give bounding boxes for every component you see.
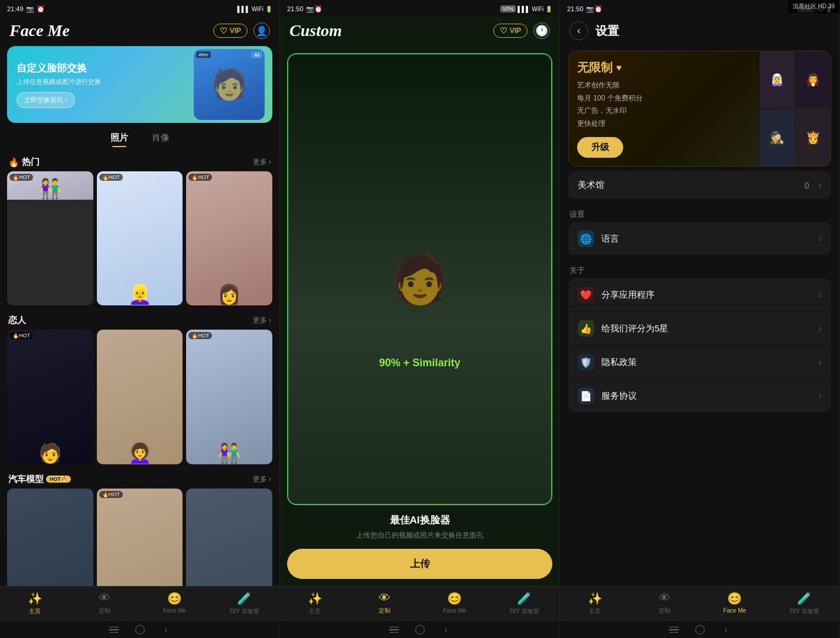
lover-more-btn[interactable]: 更多 <box>253 315 271 325</box>
lover-item-3[interactable]: 👫 🔥HOT <box>186 330 272 464</box>
car-item-1[interactable]: 🚗 <box>7 489 93 586</box>
sys-home-btn-3[interactable] <box>694 624 706 636</box>
privacy-label: 隐私政策 <box>601 357 812 368</box>
share-chevron: › <box>819 289 822 300</box>
upload-button[interactable]: 上传 <box>287 549 552 579</box>
bottom-nav-1: ✨ 主页 👁 定制 😊 Face Me 🧪 DIY 实验室 <box>0 586 279 621</box>
car-more-btn[interactable]: 更多 <box>253 474 271 484</box>
hot-item-2[interactable]: 👱‍♀️ 🔥HOT <box>97 171 183 305</box>
nav-custom-3[interactable]: 👁 定制 <box>630 591 699 616</box>
nav-home-3[interactable]: ✨ 主页 <box>560 591 630 616</box>
museum-group: 美术馆 0 › <box>568 171 831 200</box>
custom-label-2: 定制 <box>379 607 390 615</box>
similarity-text: 90% + Similarity <box>379 357 461 369</box>
sys-menu-btn-3[interactable] <box>668 624 680 636</box>
rate-row[interactable]: 👍 给我们评分为5星 › <box>568 312 831 345</box>
back-button[interactable]: ‹ <box>569 21 588 40</box>
lover-title: 恋人 <box>8 315 26 326</box>
car-item-2[interactable]: 👩 🔥HOT <box>97 489 183 586</box>
panel1-scroll: 🔥 热门 更多 👫 🔥HOT 👱‍♀️ 🔥HOT 👩 <box>0 152 279 586</box>
hot-more-btn[interactable]: 更多 <box>253 157 271 167</box>
banner-subtitle: 上传任意视频或图片进行交换 <box>17 77 101 86</box>
car-section-header: 汽车模型 HOT🔥 更多 <box>0 469 279 489</box>
tab-photo[interactable]: 照片 <box>110 132 128 147</box>
status-icon-camera: 📷 <box>26 5 34 13</box>
history-icon[interactable]: 🕐 <box>533 22 550 39</box>
panel-settings: 流星社区 HD 39 21:50 📷⏰ VPN HD 🔋 ‹ 设置 无限制 ♥ … <box>560 0 840 638</box>
vip-heart-icon-card: ♥ <box>616 63 622 73</box>
hot-grid: 👫 🔥HOT 👱‍♀️ 🔥HOT 👩 🔥HOT <box>0 171 279 310</box>
sys-menu-btn-2[interactable] <box>388 624 400 636</box>
museum-label: 美术馆 <box>578 180 797 191</box>
nav-home-2[interactable]: ✨ 主页 <box>280 591 350 616</box>
hot-tag-l1: 🔥HOT <box>9 332 33 339</box>
hot-title: 🔥 热门 <box>8 157 40 168</box>
sys-back-btn[interactable]: ‹ <box>160 624 172 636</box>
signal-icon: ▌▌▌ <box>237 6 250 12</box>
panel3-scroll: 无限制 ♥ 艺术创作无限 每月 100 个免费积分 无广告，无水印 更快处理 升… <box>560 46 839 586</box>
status-bar-2: 21:50 📷⏰ VPN ▌▌▌ WiFi 🔋 <box>280 0 559 17</box>
panel-custom: 21:50 📷⏰ VPN ▌▌▌ WiFi 🔋 Custom ♡ VIP 🕐 🧑… <box>280 0 560 638</box>
bottom-nav-3: ✨ 主页 👁 定制 😊 Face Me 🧪 DIY 实验室 <box>560 586 839 621</box>
vip-card-images: 🧝‍♀️ 🧛 🕵️ 👸 <box>760 51 831 166</box>
lover-item-1[interactable]: 🧑 🔥HOT <box>7 330 93 464</box>
p3-header: ‹ 设置 <box>560 17 839 46</box>
sys-menu-btn[interactable] <box>108 624 120 636</box>
sys-back-btn-3[interactable]: ‹ <box>720 624 732 636</box>
museum-chevron: › <box>819 180 822 191</box>
diy-label-3: DIY 实验室 <box>790 607 819 616</box>
hot-item-3[interactable]: 👩 🔥HOT <box>186 171 272 305</box>
avatar-icon-1[interactable]: 👤 <box>253 22 270 39</box>
lover-item-2[interactable]: 👩‍🦱 <box>97 330 183 464</box>
custom-title: Custom <box>289 21 342 40</box>
sys-home-btn-2[interactable] <box>414 624 426 636</box>
terms-row[interactable]: 📄 服务协议 › <box>568 379 831 412</box>
nav-custom-1[interactable]: 👁 定制 <box>70 591 139 616</box>
museum-row[interactable]: 美术馆 0 › <box>568 171 831 199</box>
home-label-2: 主页 <box>309 607 321 616</box>
faceme-label-3: Face Me <box>723 607 746 614</box>
rate-label: 给我们评分为5星 <box>601 323 812 334</box>
privacy-row[interactable]: 🛡️ 隐私政策 › <box>568 346 831 379</box>
language-row[interactable]: 🌐 语言 › <box>568 222 831 255</box>
heart-icon: ❤️ <box>578 287 594 303</box>
p1-header: Face Me ♡ VIP 👤 <box>0 17 279 46</box>
panel-face-me: 21:49 📷 ⏰ ▌▌▌ WiFi 🔋 Face Me ♡ VIP 👤 自定义… <box>0 0 280 638</box>
nav-diy-1[interactable]: 🧪 DIY 实验室 <box>210 591 279 616</box>
vip-button-1[interactable]: ♡ VIP <box>213 24 248 38</box>
vip-button-2[interactable]: ♡ VIP <box>493 24 528 38</box>
share-row[interactable]: ❤️ 分享应用程序 › <box>568 278 831 311</box>
about-group: ❤️ 分享应用程序 › 👍 给我们评分为5星 › 🛡️ 隐私政策 › 📄 服务协… <box>568 278 831 413</box>
banner: 自定义脸部交换 上传任意视频或图片进行交换 立即交换面孔 › 🧑 After A… <box>7 46 272 123</box>
diy-icon-2: 🧪 <box>517 591 532 606</box>
diy-icon-3: 🧪 <box>797 591 812 606</box>
sys-back-btn-2[interactable]: ‹ <box>440 624 452 636</box>
settings-title: 设置 <box>595 23 619 39</box>
status-time-3: 21:50 <box>567 5 584 12</box>
upgrade-button[interactable]: 升级 <box>577 137 623 158</box>
wifi-icon: WiFi <box>252 6 263 12</box>
thumbsup-icon: 👍 <box>578 320 594 337</box>
after-badge: After <box>196 51 211 58</box>
desc-title: 最佳AI换脸器 <box>390 513 450 527</box>
settings-section-label: 设置 <box>560 202 839 222</box>
nav-home-1[interactable]: ✨ 主页 <box>0 591 70 616</box>
home-icon: ✨ <box>28 591 43 606</box>
nav-diy-3[interactable]: 🧪 DIY 实验室 <box>770 591 839 616</box>
hot-section-header: 🔥 热门 更多 <box>0 152 279 171</box>
nav-diy-2[interactable]: 🧪 DIY 实验室 <box>490 591 559 616</box>
banner-title: 自定义脸部交换 <box>17 61 101 75</box>
status-time-1: 21:49 <box>7 5 24 12</box>
banner-btn[interactable]: 立即交换面孔 › <box>17 92 75 108</box>
nav-faceme-3[interactable]: 😊 Face Me <box>700 591 770 616</box>
settings-group: 🌐 语言 › <box>568 222 831 256</box>
watermark: 流星社区 HD 39 <box>788 0 839 13</box>
hot-item-1[interactable]: 👫 🔥HOT <box>7 171 93 305</box>
tab-portrait[interactable]: 肖像 <box>152 132 170 147</box>
system-bar-3: ‹ <box>560 621 839 638</box>
nav-faceme-2[interactable]: 😊 Face Me <box>420 591 490 616</box>
nav-faceme-1[interactable]: 😊 Face Me <box>140 591 210 616</box>
sys-home-btn[interactable] <box>134 624 146 636</box>
nav-custom-2[interactable]: 👁 定制 <box>350 591 419 616</box>
car-item-3[interactable]: 🏎️ <box>186 489 272 586</box>
